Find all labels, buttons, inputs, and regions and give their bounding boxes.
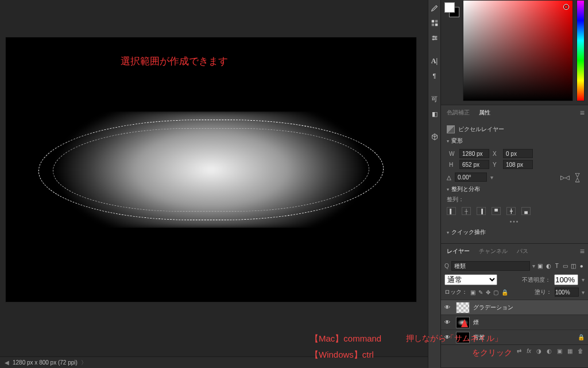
more-dots[interactable]: ••• <box>447 218 582 225</box>
annotation-main: 選択範囲が作成できます <box>121 55 228 68</box>
selection-marquee <box>35 120 387 220</box>
layer-type-label: ピクセルレイヤー <box>458 125 504 133</box>
align-right-icon[interactable]: ▐ <box>477 207 486 215</box>
lock-all-icon[interactable]: ▣ <box>470 289 475 296</box>
tab-channels[interactable]: チャンネル <box>477 246 510 256</box>
fg-bg-swatch[interactable] <box>444 2 459 17</box>
properties-panel: 色調補正 属性 ≡ ピクセルレイヤー 変形 W X <box>441 105 588 244</box>
new-layer-icon[interactable]: ▦ <box>567 348 572 354</box>
link-layers-icon[interactable]: ⇄ <box>517 348 521 354</box>
layers-footer: ⇄ fx ◑ ◐ ▣ ▦ 🗑 <box>441 344 588 357</box>
tab-properties[interactable]: 属性 <box>477 108 493 118</box>
layers-menu-icon[interactable]: ≡ <box>580 248 585 254</box>
canvas-area: 選択範囲が作成できます ◀ 1280 px x 800 px (72 ppi) … <box>0 0 428 368</box>
layer-filter-input[interactable] <box>451 261 530 271</box>
visibility-toggle[interactable]: 👁 <box>444 304 452 310</box>
tab-paths[interactable]: パス <box>514 246 531 256</box>
lock-position-icon[interactable]: ✥ <box>486 289 490 296</box>
panel-menu-icon[interactable]: ≡ <box>580 110 585 116</box>
align-bottom-icon[interactable]: ▄ <box>521 207 531 215</box>
cube-icon[interactable] <box>429 131 440 143</box>
flip-v-icon[interactable]: ▷◁ <box>575 172 581 182</box>
align-buttons: ▌ ┼ ▐ ▀ ╋ ▄ <box>447 207 582 215</box>
align-vcenter-icon[interactable]: ╋ <box>506 207 516 215</box>
trash-icon[interactable]: 🗑 <box>578 348 583 354</box>
document-canvas[interactable] <box>6 37 416 302</box>
doc-info: 1280 px x 800 px (72 ppi) <box>13 359 78 366</box>
filter-pixel-icon[interactable]: ▣ <box>537 262 543 270</box>
opacity-input[interactable] <box>554 274 578 285</box>
annotation-thumb-line1: 押しながら「サムネイル」 <box>406 334 502 344</box>
layer-name: 煙 <box>473 319 479 327</box>
tab-color-correction[interactable]: 色調補正 <box>444 108 472 118</box>
fx-icon[interactable]: fx <box>527 348 531 354</box>
color-panel <box>441 0 588 105</box>
layer-item-gradation[interactable]: 👁 グラデーション <box>441 300 588 315</box>
mask-icon[interactable]: ◑ <box>536 348 541 354</box>
right-panels: 色調補正 属性 ≡ ピクセルレイヤー 変形 W X <box>441 0 588 368</box>
lock-icon: 🔒 <box>578 334 585 340</box>
fill-label: 塗り： <box>535 288 552 296</box>
align-section[interactable]: 整列と分布 <box>447 185 582 193</box>
y-label: Y <box>493 162 500 168</box>
paragraph-icon[interactable]: ¶ <box>429 70 440 82</box>
lock-label: ロック： <box>444 288 467 296</box>
svg-point-4 <box>433 36 434 37</box>
svg-rect-2 <box>431 24 434 26</box>
align-left-icon[interactable]: ▌ <box>447 207 456 215</box>
angle-input[interactable] <box>455 172 487 182</box>
lock-pixels-icon[interactable]: ✎ <box>478 289 483 296</box>
width-input[interactable] <box>459 149 489 158</box>
svg-point-6 <box>432 39 434 40</box>
opacity-label: 不透明度： <box>522 276 551 284</box>
y-input[interactable] <box>503 160 533 169</box>
brush-icon[interactable] <box>429 2 440 14</box>
filter-type-icon[interactable]: T <box>554 262 560 270</box>
x-label: X <box>493 151 500 157</box>
lock-artboard-icon[interactable]: ▢ <box>493 289 498 296</box>
lock-icon[interactable]: 🔒 <box>501 289 508 296</box>
saturation-field[interactable] <box>463 0 573 101</box>
fill-input[interactable] <box>555 288 579 297</box>
align-sublabel: 整列： <box>447 195 582 204</box>
annotation-mac: 【Mac】command <box>310 334 381 344</box>
status-caret[interactable]: 〉 <box>81 359 87 367</box>
glyph-icon[interactable]: 可 <box>429 93 440 105</box>
annotation-thumb-line2: をクリック <box>472 348 512 358</box>
vertical-toolbar: A| ¶ 可 ◧ <box>428 0 441 368</box>
layers-panel: レイヤー チャンネル パス ≡ Q ▾ ▣ ◐ T ▭ ◫ ● 通常 <box>441 244 588 368</box>
align-hcenter-icon[interactable]: ┼ <box>462 207 471 215</box>
svg-point-5 <box>435 37 436 39</box>
adjust-icon[interactable] <box>429 32 440 44</box>
new-group-icon[interactable]: ▣ <box>557 348 562 354</box>
layer-name: グラデーション <box>473 304 513 312</box>
hue-slider[interactable] <box>577 0 585 101</box>
blend-mode-select[interactable]: 通常 <box>444 274 497 285</box>
filter-adjust-icon[interactable]: ◐ <box>546 262 551 270</box>
filter-toggle-icon[interactable]: ● <box>579 262 585 270</box>
layer-thumbnail[interactable] <box>456 302 470 313</box>
x-input[interactable] <box>503 149 533 158</box>
tab-layers[interactable]: レイヤー <box>444 246 472 256</box>
align-top-icon[interactable]: ▀ <box>492 207 501 215</box>
annotation-arrow-icon <box>461 319 468 327</box>
h-label: H <box>449 162 456 168</box>
status-left-caret: ◀ <box>5 359 9 366</box>
swatches-icon[interactable] <box>429 17 440 29</box>
flip-h-icon[interactable]: ▷◁ <box>560 174 570 181</box>
svg-rect-0 <box>431 20 434 22</box>
type-icon[interactable]: A| <box>429 55 440 67</box>
color-cursor[interactable] <box>563 4 569 10</box>
new-fill-icon[interactable]: ◐ <box>547 348 552 354</box>
svg-rect-3 <box>435 24 437 26</box>
filter-smart-icon[interactable]: ◫ <box>570 262 576 270</box>
filter-shape-icon[interactable]: ▭ <box>562 262 568 270</box>
w-label: W <box>449 151 456 157</box>
transform-section[interactable]: 変形 <box>447 137 582 145</box>
svg-rect-1 <box>435 20 437 22</box>
char-icon[interactable]: ◧ <box>429 108 440 120</box>
quick-section[interactable]: クイック操作 <box>447 228 582 236</box>
angle-icon: △ <box>447 174 451 181</box>
visibility-toggle[interactable]: 👁 <box>444 319 452 325</box>
height-input[interactable] <box>459 160 489 169</box>
